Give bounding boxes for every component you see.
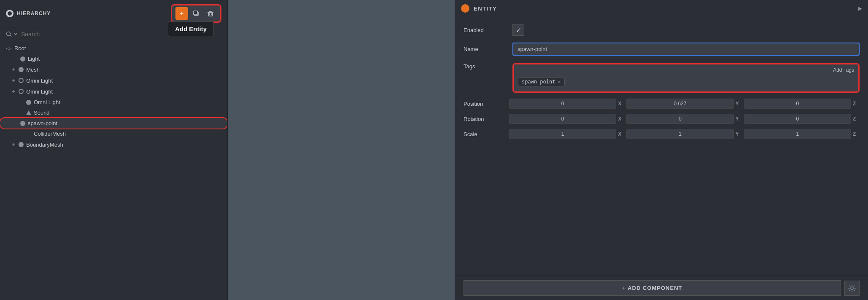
position-label: Position xyxy=(464,101,506,107)
tree-label-spawn: spawn-point xyxy=(28,120,57,126)
enabled-label: Enabled xyxy=(464,27,506,33)
name-label: Name xyxy=(464,46,506,52)
hierarchy-title: HIERARCHY xyxy=(17,11,167,16)
tree-item-omni3[interactable]: Omni Light xyxy=(0,97,227,107)
hierarchy-tree: <> Root Light + Mesh + Omni Light + Omni… xyxy=(0,41,227,300)
hierarchy-panel: HIERARCHY + Add Entity xyxy=(0,0,228,300)
search-icon-wrap xyxy=(6,31,18,37)
rotation-z-label: Z xyxy=(853,116,860,122)
scale-label: Scale xyxy=(464,131,506,137)
tags-area-container: Add Tags spawn-point ✕ xyxy=(512,63,860,93)
expand-icon-root: <> xyxy=(6,46,12,51)
tree-item-collider[interactable]: ColliderMesh xyxy=(0,129,227,139)
entity-icon-sound xyxy=(26,110,31,115)
viewport[interactable] xyxy=(228,0,455,300)
scale-x-label: X xyxy=(618,131,625,137)
position-row: Position X Y Z xyxy=(455,96,868,111)
tree-label-root: Root xyxy=(14,45,26,51)
scale-x-input[interactable] xyxy=(509,129,616,139)
scale-y-input[interactable] xyxy=(626,129,733,139)
scale-z-field: Z xyxy=(744,129,860,139)
entity-icon-light xyxy=(20,56,25,62)
name-input[interactable] xyxy=(512,43,860,56)
rotation-y-field: Y xyxy=(626,114,742,124)
enabled-field-row: Enabled ✓ xyxy=(455,21,868,39)
tree-item-spawn[interactable]: spawn-point xyxy=(0,118,227,129)
rotation-z-field: Z xyxy=(744,114,860,124)
scale-fields: X Y Z xyxy=(509,129,860,139)
tree-item-boundary[interactable]: + BoundaryMesh xyxy=(0,139,227,150)
scale-y-field: Y xyxy=(626,129,742,139)
rotation-label: Rotation xyxy=(464,116,506,122)
svg-point-6 xyxy=(7,32,11,36)
rotation-y-label: Y xyxy=(736,116,742,122)
position-z-input[interactable] xyxy=(744,99,851,109)
svg-point-8 xyxy=(851,287,853,289)
tree-label-boundary: BoundaryMesh xyxy=(26,142,63,148)
name-input-area xyxy=(512,43,860,56)
enabled-value: ✓ xyxy=(512,24,860,36)
add-component-button[interactable]: + ADD COMPONENT xyxy=(464,280,841,296)
rotation-z-input[interactable] xyxy=(744,114,851,124)
tree-item-root[interactable]: <> Root xyxy=(0,43,227,54)
name-field-row: Name xyxy=(455,39,868,59)
hierarchy-toolbar: + Add Entity xyxy=(171,4,221,23)
enabled-checkbox[interactable]: ✓ xyxy=(512,24,524,36)
rotation-y-input[interactable] xyxy=(626,114,733,124)
position-y-input[interactable] xyxy=(626,99,733,109)
tree-item-omni2[interactable]: + Omni Light xyxy=(0,86,227,97)
entity-icon-mesh xyxy=(19,67,24,72)
inspector-collapse-button[interactable]: ▶ xyxy=(858,5,862,11)
search-icon xyxy=(6,31,12,37)
scale-z-label: Z xyxy=(853,131,860,137)
search-dropdown-icon[interactable] xyxy=(13,32,18,36)
tree-label-collider: ColliderMesh xyxy=(34,131,66,137)
position-fields: X Y Z xyxy=(509,99,860,109)
position-z-field: Z xyxy=(744,99,860,109)
hierarchy-panel-icon xyxy=(6,10,13,17)
expand-icon-boundary: + xyxy=(12,141,15,148)
position-x-field: X xyxy=(509,99,625,109)
expand-icon-mesh: + xyxy=(12,66,15,73)
delete-entity-button[interactable] xyxy=(204,7,217,20)
add-entity-button[interactable]: + xyxy=(175,7,188,20)
gear-button[interactable] xyxy=(844,281,860,296)
rotation-x-label: X xyxy=(618,116,625,122)
entity-icon-spawn xyxy=(20,121,25,126)
tree-item-omni1[interactable]: + Omni Light xyxy=(0,75,227,86)
inspector-header: ENTITY ▶ xyxy=(455,0,868,17)
svg-line-7 xyxy=(10,35,12,37)
inspector-panel: ENTITY ▶ Enabled ✓ Name Tags Add T xyxy=(455,0,868,300)
tags-label: Tags xyxy=(464,63,506,70)
rotation-x-input[interactable] xyxy=(509,114,616,124)
tag-remove-button[interactable]: ✕ xyxy=(558,79,561,85)
rotation-row: Rotation X Y Z xyxy=(455,111,868,126)
expand-icon-omni2: + xyxy=(12,88,15,95)
tree-label-sound: Sound xyxy=(34,110,50,116)
position-y-field: Y xyxy=(626,99,742,109)
tree-label-omni2: Omni Light xyxy=(26,88,53,95)
hierarchy-header: HIERARCHY + Add Entity xyxy=(0,0,227,27)
expand-icon-omni1: + xyxy=(12,77,15,84)
entity-icon-omni1 xyxy=(19,78,24,83)
position-x-input[interactable] xyxy=(509,99,616,109)
scale-y-label: Y xyxy=(736,131,742,137)
copy-entity-button[interactable] xyxy=(190,7,202,20)
position-y-label: Y xyxy=(736,101,742,107)
tag-value: spawn-point xyxy=(522,79,555,85)
tags-field-row: Tags Add Tags spawn-point ✕ xyxy=(455,59,868,96)
entity-icon-omni3 xyxy=(26,100,31,105)
add-tags-button[interactable]: Add Tags xyxy=(833,67,854,73)
entity-header-icon xyxy=(461,4,469,13)
position-x-label: X xyxy=(618,101,625,107)
tags-area: Add Tags spawn-point ✕ xyxy=(512,63,860,93)
scale-row: Scale X Y Z xyxy=(455,126,868,142)
scale-z-input[interactable] xyxy=(744,129,851,139)
tree-item-sound[interactable]: Sound xyxy=(0,107,227,118)
tree-label-omni3: Omni Light xyxy=(34,99,60,105)
tree-item-mesh[interactable]: + Mesh xyxy=(0,64,227,75)
svg-rect-1 xyxy=(194,11,197,15)
tree-label-mesh: Mesh xyxy=(26,67,40,73)
tree-item-light[interactable]: Light xyxy=(0,54,227,64)
rotation-fields: X Y Z xyxy=(509,114,860,124)
